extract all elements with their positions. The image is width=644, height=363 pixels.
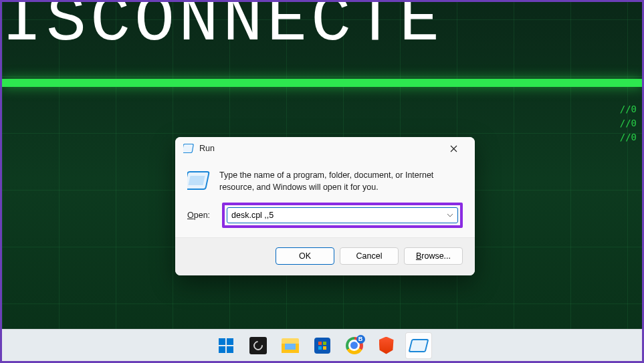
brave-icon — [379, 337, 394, 354]
chrome-badge: B — [356, 335, 365, 344]
browse-button[interactable]: Browse... — [404, 247, 463, 265]
start-button[interactable] — [213, 332, 239, 359]
open-combobox[interactable] — [227, 207, 458, 223]
open-label: Open: — [187, 211, 215, 220]
ok-button[interactable]: OK — [276, 247, 334, 265]
close-icon — [450, 145, 457, 152]
folder-icon — [282, 338, 299, 353]
taskbar-app-file-explorer[interactable] — [277, 332, 304, 359]
chrome-icon: B — [346, 337, 363, 354]
wallpaper-accent-bar — [2, 79, 642, 87]
cancel-button[interactable]: Cancel — [340, 247, 399, 265]
wallpaper-headline: ISCONNECTE — [2, 0, 642, 55]
dialog-description: Type the name of a program, folder, docu… — [219, 169, 463, 193]
wallpaper-side-text: //0 //0 //0 — [620, 102, 637, 144]
obs-icon — [249, 337, 267, 354]
dropdown-button[interactable] — [443, 213, 457, 217]
button-bar: OK Cancel Browse... — [175, 237, 475, 275]
dialog-body: Type the name of a program, folder, docu… — [175, 160, 475, 200]
taskbar-app-chrome[interactable]: B — [341, 332, 368, 359]
input-row: Open: — [175, 200, 475, 237]
taskbar-app-run[interactable] — [405, 332, 432, 359]
run-dialog: Run Type the name of a program, folder, … — [175, 137, 475, 275]
run-large-icon — [187, 169, 210, 192]
taskbar-app-obs[interactable] — [245, 332, 272, 359]
taskbar-app-brave[interactable] — [373, 332, 400, 359]
titlebar[interactable]: Run — [175, 137, 475, 160]
highlight-annotation — [222, 203, 463, 228]
svg-rect-2 — [189, 176, 205, 185]
taskbar-app-microsoft-store[interactable] — [309, 332, 336, 359]
windows-logo-icon — [219, 338, 233, 353]
svg-rect-0 — [183, 144, 193, 153]
dialog-title: Run — [199, 144, 215, 153]
chevron-down-icon — [447, 213, 453, 217]
run-taskbar-icon — [408, 339, 429, 352]
close-button[interactable] — [439, 138, 468, 158]
taskbar: B — [2, 329, 642, 361]
open-input[interactable] — [227, 211, 443, 220]
store-icon — [314, 338, 330, 354]
run-icon — [183, 143, 194, 154]
